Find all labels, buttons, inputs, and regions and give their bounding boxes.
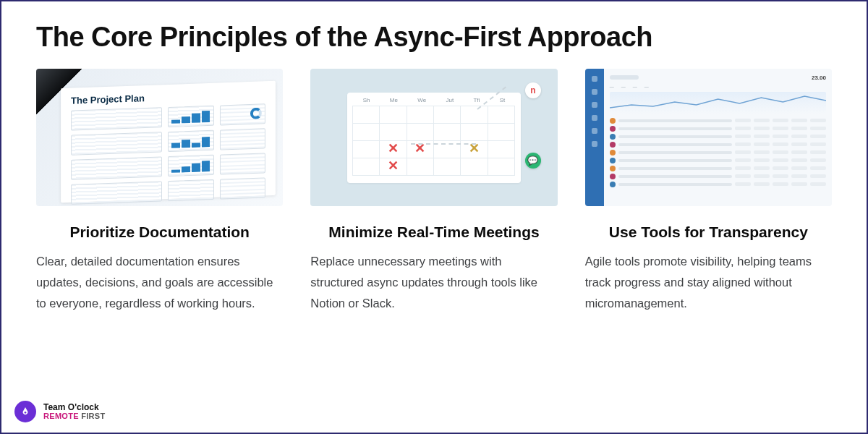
- doc-mock-title: The Project Plan: [71, 88, 265, 106]
- svg-point-0: [25, 412, 27, 414]
- calendar-mock: Sh Me We Jut Tfi St ✕✕✕ ✕ n 💬: [347, 93, 521, 183]
- illustration-transparency: 23.00 ————: [585, 69, 832, 206]
- dashboard-price: 23.00: [812, 75, 826, 81]
- card-body-meetings: Replace unnecessary meetings with struct…: [310, 251, 557, 314]
- page-title: The Core Principles of the Async-First A…: [36, 22, 832, 53]
- dashboard-sidebar-mock: [585, 69, 604, 206]
- card-meetings: Sh Me We Jut Tfi St ✕✕✕ ✕ n 💬: [310, 69, 557, 314]
- card-body-transparency: Agile tools promote visibility, helping …: [585, 251, 832, 314]
- dashboard-chart-mock: [610, 92, 826, 114]
- card-transparency: 23.00 ———— Use Tools: [585, 69, 832, 314]
- illustration-documentation: The Project Plan: [36, 69, 283, 206]
- card-title-documentation: Prioritize Documentation: [36, 224, 283, 241]
- card-title-transparency: Use Tools for Transparency: [585, 224, 832, 241]
- dashboard-rows-mock: [610, 116, 826, 188]
- card-documentation: The Project Plan: [36, 69, 283, 314]
- chat-icon: 💬: [525, 153, 541, 169]
- x-icon: ✕: [388, 158, 399, 174]
- card-body-documentation: Clear, detailed documentation ensures up…: [36, 251, 283, 314]
- x-icon: ✕: [388, 140, 399, 156]
- footer-brand: Team O'clock REMOTE FIRST: [14, 401, 106, 422]
- card-title-meetings: Minimize Real-Time Meetings: [310, 224, 557, 241]
- illustration-meetings: Sh Me We Jut Tfi St ✕✕✕ ✕ n 💬: [310, 69, 557, 206]
- brand-logo-icon: [14, 401, 36, 422]
- brand-tagline: REMOTE FIRST: [43, 412, 106, 421]
- cards-row: The Project Plan: [36, 69, 832, 314]
- notion-icon: n: [525, 82, 541, 98]
